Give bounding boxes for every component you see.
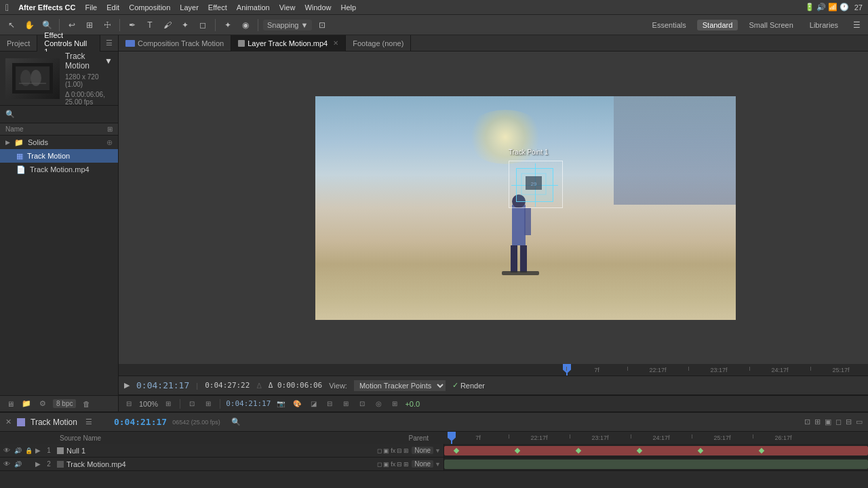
- timeline-time-display[interactable]: 0:04:21:17: [114, 417, 167, 427]
- track-1-frame-blend[interactable]: ⊟: [397, 447, 402, 454]
- menu-composition[interactable]: Composition: [129, 3, 170, 12]
- menu-view[interactable]: View: [279, 3, 296, 12]
- track-1-parent-value[interactable]: None: [412, 447, 433, 454]
- file-item-track-motion-mp4[interactable]: 📄 Track Motion.mp4: [0, 163, 118, 176]
- tab-layer[interactable]: Layer Track Motion.mp4 ✕: [231, 35, 346, 52]
- track-2-timeline[interactable]: [444, 458, 868, 470]
- track-1-motion-blur[interactable]: ◻: [377, 447, 382, 454]
- panel-menu-btn[interactable]: ☰: [100, 39, 118, 47]
- menu-window[interactable]: Window: [304, 3, 331, 12]
- pan-tool[interactable]: ☩: [100, 18, 115, 33]
- apple-menu[interactable]: : [5, 2, 9, 13]
- track-1-visibility[interactable]: 👁: [3, 447, 11, 455]
- solids-add-btn[interactable]: ⊕: [106, 138, 113, 147]
- file-item-track-motion[interactable]: ▦ Track Motion: [0, 149, 118, 163]
- motion-blur-tl-icon[interactable]: ⊡: [804, 418, 810, 426]
- menu-layer[interactable]: Layer: [180, 3, 199, 12]
- chart-tl-icon[interactable]: ▭: [856, 418, 863, 426]
- zoom-in-btn[interactable]: ⊞: [162, 398, 174, 410]
- zoom-out-btn[interactable]: ⊟: [123, 398, 135, 410]
- pen-tool[interactable]: ✒: [125, 18, 140, 33]
- track-2-audio[interactable]: 🔊: [14, 460, 22, 468]
- delete-btn[interactable]: 🗑: [80, 398, 92, 410]
- track-1-lock[interactable]: 🔒: [24, 447, 33, 455]
- workspace-standard[interactable]: Standard: [697, 20, 738, 30]
- motion-blur-btn[interactable]: ◎: [372, 398, 384, 410]
- search-input[interactable]: [19, 110, 113, 119]
- hand-tool[interactable]: ✋: [22, 18, 37, 33]
- transparency-btn[interactable]: ◪: [307, 398, 319, 410]
- workspace-libraries[interactable]: Libraries: [804, 20, 844, 30]
- layer-tab-close[interactable]: ✕: [333, 39, 338, 47]
- timeline-search-btn[interactable]: 🔍: [231, 418, 241, 426]
- file-list-sort[interactable]: ⊞: [107, 125, 113, 133]
- track-2-motion-blur[interactable]: ◻: [377, 461, 382, 468]
- menu-file[interactable]: File: [85, 3, 97, 12]
- menu-help[interactable]: Help: [341, 3, 357, 12]
- menu-bar-right: 🔋 🔊 📶 🕐 27: [805, 3, 863, 12]
- guide-btn[interactable]: ⊞: [340, 398, 352, 410]
- camera-tool[interactable]: ⊞: [82, 18, 97, 33]
- lock-tl-icon[interactable]: ⊟: [846, 418, 852, 426]
- shape-tool[interactable]: ◉: [238, 18, 253, 33]
- mask-btn[interactable]: ⊡: [356, 398, 368, 410]
- workspace-menu[interactable]: ☰: [849, 18, 864, 33]
- timeline-menu-btn[interactable]: ☰: [85, 418, 92, 426]
- timeline-close-btn[interactable]: ✕: [5, 418, 12, 426]
- color-btn[interactable]: 🎨: [291, 398, 303, 410]
- snapping-toggle[interactable]: Snapping ▼: [263, 20, 312, 30]
- tab-composition[interactable]: Composition Track Motion: [119, 35, 231, 52]
- text-tool[interactable]: T: [142, 18, 157, 33]
- project-settings-btn[interactable]: ⚙: [37, 398, 49, 410]
- workspace-essentials[interactable]: Essentials: [647, 20, 692, 30]
- rotation-tool[interactable]: ↩: [64, 18, 79, 33]
- grid-btn[interactable]: ⊟: [323, 398, 336, 410]
- track-2-time-remap[interactable]: ⊞: [403, 461, 409, 468]
- full-screen-btn[interactable]: ⊞: [202, 398, 214, 410]
- view-mode-select[interactable]: Motion Tracker Points None Masks: [354, 380, 446, 391]
- current-time[interactable]: 0:04:21:17: [226, 399, 271, 408]
- 3d-tl-icon[interactable]: ⊞: [814, 418, 821, 426]
- track-2-3d[interactable]: ▣: [383, 461, 389, 468]
- new-comp-btn[interactable]: 🖥: [4, 398, 16, 410]
- panel-tabs: Project Effect Controls Null 1 ☰: [0, 35, 118, 52]
- zoom-level[interactable]: 100%: [139, 400, 158, 408]
- 3d-btn[interactable]: ⊞: [389, 398, 401, 410]
- motion-sketch-tool[interactable]: ⊡: [315, 18, 330, 33]
- brush-tool[interactable]: 🖌: [160, 18, 175, 33]
- track-1-3d[interactable]: ▣: [383, 447, 389, 454]
- new-folder-btn[interactable]: 📁: [20, 398, 33, 410]
- track-1-parent-arrow[interactable]: ▼: [435, 447, 441, 454]
- select-tool[interactable]: ↖: [4, 18, 19, 33]
- draft-tl-icon[interactable]: ◻: [835, 418, 842, 426]
- menu-edit[interactable]: Edit: [106, 3, 119, 12]
- stamp-tool[interactable]: ✦: [178, 18, 193, 33]
- menu-animation[interactable]: Animation: [237, 3, 270, 12]
- camera-btn[interactable]: 📷: [275, 398, 287, 410]
- track-2-visibility[interactable]: 👁: [3, 460, 11, 468]
- eraser-tool[interactable]: ◻: [195, 18, 210, 33]
- time-value[interactable]: 0:04:21:17: [136, 380, 189, 390]
- workspace-small-screen[interactable]: Small Screen: [743, 20, 798, 30]
- zoom-tool[interactable]: 🔍: [39, 18, 54, 33]
- track-1-timeline[interactable]: [444, 444, 868, 457]
- track-1-audio[interactable]: 🔊: [14, 447, 22, 455]
- track-1-expand[interactable]: ▶: [35, 447, 41, 454]
- render-btn[interactable]: ✓ Render: [452, 381, 485, 390]
- puppet-tool[interactable]: ✦: [220, 18, 235, 33]
- fit-screen-btn[interactable]: ⊡: [186, 398, 198, 410]
- file-item-solids[interactable]: ▶ 📁 Solids ⊕: [0, 136, 118, 149]
- tab-effect-controls[interactable]: Effect Controls Null 1: [37, 35, 100, 52]
- track-2-parent-arrow[interactable]: ▼: [435, 461, 441, 468]
- tab-footage[interactable]: Footage (none): [346, 35, 411, 52]
- track-1-effects[interactable]: fx: [391, 447, 395, 454]
- menu-effect[interactable]: Effect: [208, 3, 227, 12]
- track-2-frame-blend[interactable]: ⊟: [397, 461, 402, 468]
- solo-tl-icon[interactable]: ▣: [825, 418, 831, 426]
- track-1-time-remap[interactable]: ⊞: [403, 447, 409, 454]
- tab-project[interactable]: Project: [0, 35, 37, 52]
- time-display-main[interactable]: 0:04:21:17: [136, 380, 189, 390]
- track-2-parent-value[interactable]: None: [412, 460, 433, 468]
- track-2-effects[interactable]: fx: [391, 461, 395, 468]
- track-2-expand[interactable]: ▶: [35, 460, 41, 468]
